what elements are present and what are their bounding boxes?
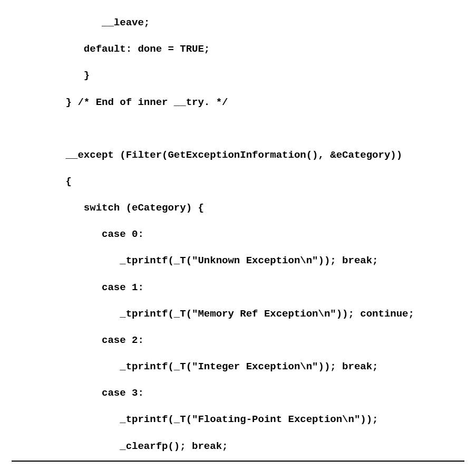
code-line: _clearfp(); break; xyxy=(12,441,228,452)
code-line: { xyxy=(12,176,72,187)
code-line: default: done = TRUE; xyxy=(12,43,210,55)
horizontal-rule xyxy=(12,461,464,462)
code-line: } xyxy=(12,70,90,81)
code-line: case 0: xyxy=(12,228,144,240)
code-line: __leave; xyxy=(12,17,150,28)
code-listing: __leave; default: done = TRUE; } } /* En… xyxy=(0,0,476,469)
code-line: _tprintf(_T("Memory Ref Exception\n")); … xyxy=(12,308,414,320)
code-line: _tprintf(_T("Floating-Point Exception\n"… xyxy=(12,414,378,425)
code-line: case 10: xyxy=(12,467,150,469)
code-line: _tprintf(_T("Unknown Exception\n")); bre… xyxy=(12,255,378,266)
code-line: case 2: xyxy=(12,334,144,346)
code-line: } /* End of inner __try. */ xyxy=(12,97,228,108)
code-line: __except (Filter(GetExceptionInformation… xyxy=(12,149,402,161)
code-line: _tprintf(_T("Integer Exception\n")); bre… xyxy=(12,361,378,372)
code-line: case 3: xyxy=(12,387,144,399)
code-line: case 1: xyxy=(12,282,144,293)
code-line: switch (eCategory) { xyxy=(12,202,204,214)
